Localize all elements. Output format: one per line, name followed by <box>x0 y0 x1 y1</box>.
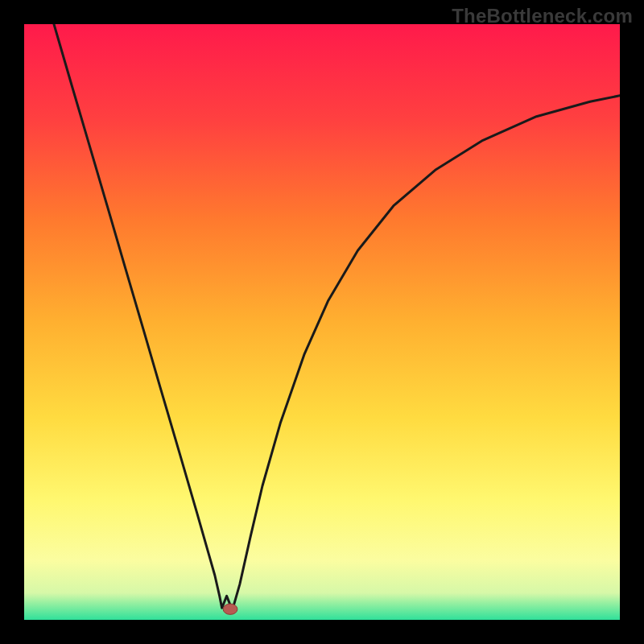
plot-area <box>24 24 620 620</box>
bottleneck-chart <box>24 24 620 620</box>
chart-frame: TheBottleneck.com <box>0 0 644 644</box>
gradient-background <box>24 24 620 620</box>
optimal-point-marker <box>223 604 237 614</box>
